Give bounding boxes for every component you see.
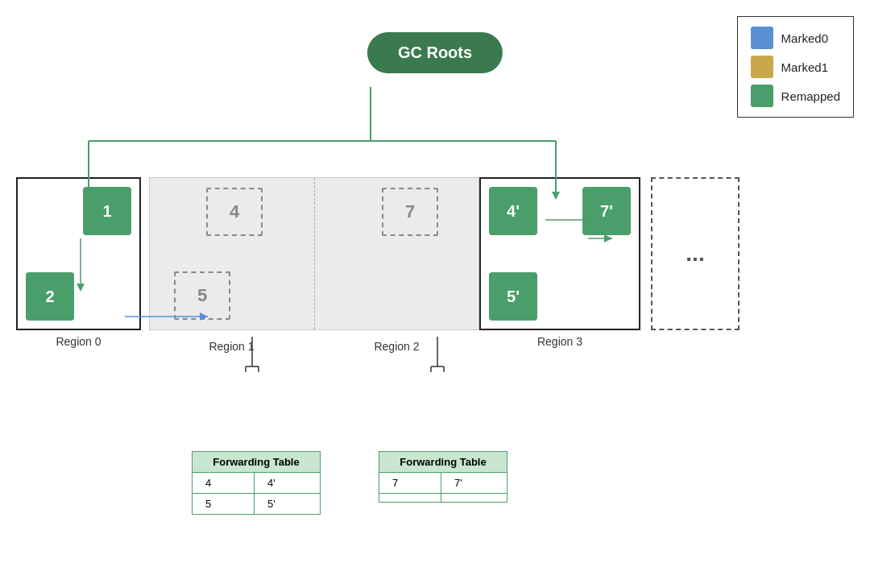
regionX-box: ... (651, 177, 740, 330)
fwd-table2-row2-to (441, 494, 508, 503)
region0-label: Region 0 (16, 335, 141, 348)
region12-wrapper: 4 5 7 Region 1 Region 2 (149, 177, 479, 353)
fwd-table1-row2-to: 5' (255, 494, 321, 515)
fwd-table2-title: Forwarding Table (379, 452, 508, 473)
gc-roots-node: GC Roots (367, 32, 503, 73)
fwd-table1-title: Forwarding Table (193, 452, 321, 473)
legend-label-marked0: Marked0 (781, 31, 828, 45)
block-1: 1 (83, 187, 131, 235)
forwarding-table-2: Forwarding Table 7 7' (379, 451, 508, 503)
block-5: 5 (174, 271, 230, 320)
block-7: 7 (382, 188, 438, 236)
region1-label: Region 1 (149, 340, 314, 353)
fwd-table1-row1-to: 4' (255, 473, 321, 494)
fwd-table2-row2-from (379, 494, 441, 503)
block-7prime: 7' (582, 187, 631, 235)
fwd-table1-row1-from: 4 (193, 473, 255, 494)
legend-label-remapped: Remapped (781, 89, 840, 103)
block-4prime: 4' (489, 187, 537, 235)
region0-wrapper: 1 2 Region 0 (16, 177, 141, 348)
gc-roots-label: GC Roots (398, 43, 472, 61)
dots-label: ... (686, 241, 704, 267)
fwd-table1-row2-from: 5 (193, 494, 255, 515)
region0-box: 1 2 (16, 177, 141, 330)
legend-item-marked0: Marked0 (751, 27, 840, 49)
legend-color-marked1 (751, 56, 773, 78)
fwd-table2-row1-to: 7' (441, 473, 508, 494)
region3-label: Region 3 (479, 335, 640, 348)
region3-box: 4' 7' 5' (479, 177, 640, 330)
legend-item-remapped: Remapped (751, 85, 840, 107)
fwd-table-region1: Forwarding Table 4 4' 5 5' (192, 451, 321, 515)
region3-wrapper: 4' 7' 5' Region 3 (479, 177, 640, 348)
legend-color-marked0 (751, 27, 773, 49)
forwarding-table-1: Forwarding Table 4 4' 5 5' (192, 451, 321, 515)
region2-label: Region 2 (314, 340, 479, 353)
block-4: 4 (206, 188, 263, 236)
region12-box: 4 5 7 (149, 177, 479, 330)
legend-color-remapped (751, 85, 773, 107)
fwd-table-region2: Forwarding Table 7 7' (379, 451, 508, 503)
block-5prime: 5' (489, 272, 537, 321)
block-2: 2 (26, 272, 74, 321)
legend-label-marked1: Marked1 (781, 60, 828, 74)
legend: Marked0 Marked1 Remapped (737, 16, 854, 118)
regionX-wrapper: ... (651, 177, 740, 330)
legend-item-marked1: Marked1 (751, 56, 840, 78)
fwd-table2-row1-from: 7 (379, 473, 441, 494)
